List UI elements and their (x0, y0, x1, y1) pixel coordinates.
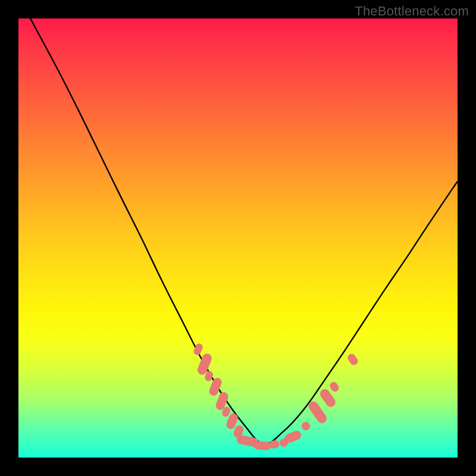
chart-area (18, 18, 458, 458)
watermark-text: TheBottleneck.com (355, 4, 469, 19)
curve-marker (254, 441, 271, 450)
bottleneck-curve (18, 18, 458, 458)
